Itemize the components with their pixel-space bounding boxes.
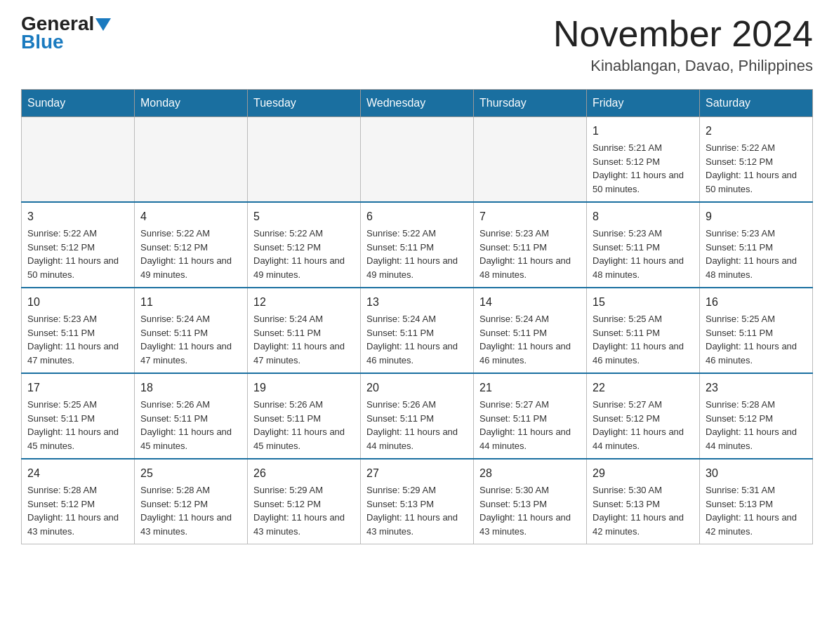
- day-info: Sunrise: 5:25 AM Sunset: 5:11 PM Dayligh…: [593, 314, 684, 365]
- calendar-cell: 11Sunrise: 5:24 AM Sunset: 5:11 PM Dayli…: [135, 288, 248, 373]
- day-number: 5: [253, 208, 355, 225]
- day-info: Sunrise: 5:26 AM Sunset: 5:11 PM Dayligh…: [253, 399, 345, 451]
- day-info: Sunrise: 5:28 AM Sunset: 5:12 PM Dayligh…: [140, 485, 232, 537]
- day-info: Sunrise: 5:24 AM Sunset: 5:11 PM Dayligh…: [140, 314, 232, 365]
- day-number: 20: [366, 380, 468, 396]
- day-number: 16: [706, 294, 807, 311]
- day-info: Sunrise: 5:23 AM Sunset: 5:11 PM Dayligh…: [479, 228, 571, 280]
- calendar-week-2: 3Sunrise: 5:22 AM Sunset: 5:12 PM Daylig…: [22, 202, 813, 288]
- svg-marker-0: [95, 18, 111, 31]
- day-number: 9: [706, 208, 807, 225]
- day-info: Sunrise: 5:25 AM Sunset: 5:11 PM Dayligh…: [27, 399, 119, 451]
- day-info: Sunrise: 5:22 AM Sunset: 5:12 PM Dayligh…: [706, 142, 797, 194]
- calendar-cell: 20Sunrise: 5:26 AM Sunset: 5:11 PM Dayli…: [361, 373, 474, 459]
- day-number: 29: [593, 465, 694, 482]
- calendar-cell: 3Sunrise: 5:22 AM Sunset: 5:12 PM Daylig…: [22, 202, 135, 288]
- logo-triangle-icon: [95, 18, 111, 31]
- header-tuesday: Tuesday: [248, 90, 361, 117]
- day-info: Sunrise: 5:21 AM Sunset: 5:12 PM Dayligh…: [593, 142, 684, 194]
- day-number: 1: [593, 123, 694, 140]
- day-number: 12: [253, 294, 355, 311]
- calendar-header-row: SundayMondayTuesdayWednesdayThursdayFrid…: [22, 90, 813, 117]
- day-info: Sunrise: 5:22 AM Sunset: 5:12 PM Dayligh…: [253, 228, 345, 280]
- day-number: 24: [27, 465, 128, 482]
- day-info: Sunrise: 5:30 AM Sunset: 5:13 PM Dayligh…: [593, 485, 684, 537]
- calendar-cell: [22, 117, 135, 203]
- day-number: 17: [27, 380, 128, 396]
- logo-blue-text: Blue: [21, 31, 64, 53]
- calendar-cell: 6Sunrise: 5:22 AM Sunset: 5:11 PM Daylig…: [361, 202, 474, 288]
- day-number: 7: [479, 208, 581, 225]
- day-info: Sunrise: 5:29 AM Sunset: 5:12 PM Dayligh…: [253, 485, 345, 537]
- calendar-cell: 21Sunrise: 5:27 AM Sunset: 5:11 PM Dayli…: [474, 373, 587, 459]
- calendar-cell: [248, 117, 361, 203]
- calendar-cell: 23Sunrise: 5:28 AM Sunset: 5:12 PM Dayli…: [700, 373, 813, 459]
- calendar-cell: 8Sunrise: 5:23 AM Sunset: 5:11 PM Daylig…: [587, 202, 700, 288]
- header-saturday: Saturday: [700, 90, 813, 117]
- day-number: 28: [479, 465, 581, 482]
- calendar-cell: 26Sunrise: 5:29 AM Sunset: 5:12 PM Dayli…: [248, 459, 361, 544]
- calendar-cell: 24Sunrise: 5:28 AM Sunset: 5:12 PM Dayli…: [22, 459, 135, 544]
- page-header: General Blue November 2024 Kinablangan, …: [21, 14, 813, 75]
- day-number: 22: [593, 380, 694, 396]
- day-info: Sunrise: 5:24 AM Sunset: 5:11 PM Dayligh…: [253, 314, 345, 365]
- day-info: Sunrise: 5:26 AM Sunset: 5:11 PM Dayligh…: [140, 399, 232, 451]
- day-info: Sunrise: 5:27 AM Sunset: 5:11 PM Dayligh…: [479, 399, 571, 451]
- day-number: 23: [706, 380, 807, 396]
- day-info: Sunrise: 5:24 AM Sunset: 5:11 PM Dayligh…: [479, 314, 571, 365]
- day-info: Sunrise: 5:28 AM Sunset: 5:12 PM Dayligh…: [27, 485, 119, 537]
- calendar-cell: 5Sunrise: 5:22 AM Sunset: 5:12 PM Daylig…: [248, 202, 361, 288]
- day-info: Sunrise: 5:22 AM Sunset: 5:11 PM Dayligh…: [366, 228, 458, 280]
- month-year-title: November 2024: [553, 14, 813, 54]
- day-number: 6: [366, 208, 468, 225]
- calendar-cell: 13Sunrise: 5:24 AM Sunset: 5:11 PM Dayli…: [361, 288, 474, 373]
- calendar-cell: 14Sunrise: 5:24 AM Sunset: 5:11 PM Dayli…: [474, 288, 587, 373]
- calendar-week-4: 17Sunrise: 5:25 AM Sunset: 5:11 PM Dayli…: [22, 373, 813, 459]
- header-thursday: Thursday: [474, 90, 587, 117]
- day-number: 8: [593, 208, 694, 225]
- calendar-cell: 4Sunrise: 5:22 AM Sunset: 5:12 PM Daylig…: [135, 202, 248, 288]
- calendar-cell: 27Sunrise: 5:29 AM Sunset: 5:13 PM Dayli…: [361, 459, 474, 544]
- day-info: Sunrise: 5:29 AM Sunset: 5:13 PM Dayligh…: [366, 485, 458, 537]
- calendar-cell: 15Sunrise: 5:25 AM Sunset: 5:11 PM Dayli…: [587, 288, 700, 373]
- calendar-cell: 1Sunrise: 5:21 AM Sunset: 5:12 PM Daylig…: [587, 117, 700, 203]
- day-number: 14: [479, 294, 581, 311]
- calendar-cell: 17Sunrise: 5:25 AM Sunset: 5:11 PM Dayli…: [22, 373, 135, 459]
- day-number: 13: [366, 294, 468, 311]
- calendar-week-3: 10Sunrise: 5:23 AM Sunset: 5:11 PM Dayli…: [22, 288, 813, 373]
- day-number: 10: [27, 294, 128, 311]
- day-info: Sunrise: 5:25 AM Sunset: 5:11 PM Dayligh…: [706, 314, 797, 365]
- day-number: 15: [593, 294, 694, 311]
- day-info: Sunrise: 5:30 AM Sunset: 5:13 PM Dayligh…: [479, 485, 571, 537]
- day-number: 3: [27, 208, 128, 225]
- calendar-cell: 16Sunrise: 5:25 AM Sunset: 5:11 PM Dayli…: [700, 288, 813, 373]
- calendar-cell: [361, 117, 474, 203]
- calendar-cell: [135, 117, 248, 203]
- calendar-cell: 7Sunrise: 5:23 AM Sunset: 5:11 PM Daylig…: [474, 202, 587, 288]
- calendar-cell: [474, 117, 587, 203]
- calendar-cell: 9Sunrise: 5:23 AM Sunset: 5:11 PM Daylig…: [700, 202, 813, 288]
- calendar-cell: 12Sunrise: 5:24 AM Sunset: 5:11 PM Dayli…: [248, 288, 361, 373]
- day-number: 21: [479, 380, 581, 396]
- calendar-cell: 19Sunrise: 5:26 AM Sunset: 5:11 PM Dayli…: [248, 373, 361, 459]
- calendar-cell: 2Sunrise: 5:22 AM Sunset: 5:12 PM Daylig…: [700, 117, 813, 203]
- day-number: 11: [140, 294, 241, 311]
- header-monday: Monday: [135, 90, 248, 117]
- day-info: Sunrise: 5:23 AM Sunset: 5:11 PM Dayligh…: [27, 314, 119, 365]
- calendar-table: SundayMondayTuesdayWednesdayThursdayFrid…: [21, 89, 813, 544]
- calendar-cell: 22Sunrise: 5:27 AM Sunset: 5:12 PM Dayli…: [587, 373, 700, 459]
- day-number: 25: [140, 465, 241, 482]
- day-number: 2: [706, 123, 807, 140]
- logo: General Blue: [21, 14, 111, 53]
- day-number: 30: [706, 465, 807, 482]
- calendar-cell: 25Sunrise: 5:28 AM Sunset: 5:12 PM Dayli…: [135, 459, 248, 544]
- header-sunday: Sunday: [22, 90, 135, 117]
- day-info: Sunrise: 5:26 AM Sunset: 5:11 PM Dayligh…: [366, 399, 458, 451]
- day-number: 18: [140, 380, 241, 396]
- day-info: Sunrise: 5:28 AM Sunset: 5:12 PM Dayligh…: [706, 399, 797, 451]
- day-info: Sunrise: 5:24 AM Sunset: 5:11 PM Dayligh…: [366, 314, 458, 365]
- calendar-cell: 29Sunrise: 5:30 AM Sunset: 5:13 PM Dayli…: [587, 459, 700, 544]
- calendar-cell: 30Sunrise: 5:31 AM Sunset: 5:13 PM Dayli…: [700, 459, 813, 544]
- day-info: Sunrise: 5:23 AM Sunset: 5:11 PM Dayligh…: [706, 228, 797, 280]
- day-info: Sunrise: 5:22 AM Sunset: 5:12 PM Dayligh…: [27, 228, 119, 280]
